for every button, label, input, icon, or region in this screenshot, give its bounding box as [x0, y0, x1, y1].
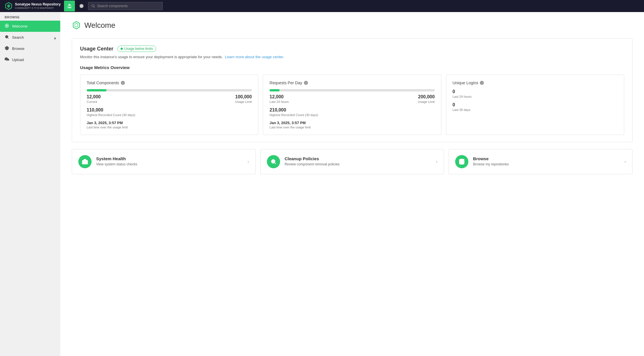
- quick-card-cleanup-policies[interactable]: Cleanup Policies Review component remova…: [260, 149, 444, 174]
- settings-button[interactable]: [76, 1, 87, 11]
- welcome-icon: [72, 21, 81, 30]
- progress-bar-total: [87, 89, 252, 91]
- metric-current-value-requests: 12,000: [269, 94, 289, 99]
- metric-highest-total: 110,000 Highest Recorded Count (30 days): [87, 107, 252, 117]
- browse-title: Browse: [473, 156, 620, 161]
- metric-limit-value-total: 100,000: [235, 94, 252, 99]
- learn-more-link[interactable]: Learn more about the usage center: [225, 55, 283, 59]
- sidebar-item-search[interactable]: Search: [0, 32, 60, 43]
- sidebar-item-upload[interactable]: Upload: [0, 54, 60, 65]
- sidebar-item-label: Search: [12, 35, 24, 40]
- search-mag-icon: [270, 159, 277, 165]
- usage-badge: Usage below limits: [117, 46, 156, 52]
- search-bar[interactable]: [88, 2, 163, 10]
- quick-access-grid: System Health View system status checks …: [72, 149, 633, 174]
- metric-highest-logins: 0 Last 30 days: [453, 102, 618, 112]
- metric-date-total: Jan 3, 2025, 3:57 PM: [87, 121, 252, 125]
- cleanup-desc: Review component removal policies: [285, 162, 431, 167]
- metric-card-total-components: Total Components i 12,000 Current 100,00…: [80, 75, 258, 135]
- system-health-text: System Health View system status checks: [96, 156, 243, 167]
- metric-highest-requests: 210,000 Highest Recorded Count (30 days): [269, 107, 434, 117]
- metric-limit-value-requests: 200,000: [418, 94, 435, 99]
- page-title: Welcome: [84, 21, 115, 30]
- svg-line-13: [275, 163, 276, 164]
- metric-current-logins: 0 Last 24 hours: [453, 89, 618, 98]
- usage-center-title: Usage Center: [80, 46, 113, 52]
- search-icon: [5, 35, 9, 40]
- metric-date-requests: Jan 3, 2025, 3:57 PM: [269, 121, 434, 125]
- metric-row-current-total: 12,000 Current 100,000 Usage Limit: [87, 94, 252, 103]
- cleanup-text: Cleanup Policies Review component remova…: [285, 156, 431, 167]
- metric-current-label-logins: Last 24 hours: [453, 95, 618, 98]
- info-icon-logins: i: [480, 81, 484, 85]
- metric-highest-label-total: Highest Recorded Count (30 days): [87, 113, 252, 117]
- search-input[interactable]: [97, 4, 160, 8]
- browse-text: Browse Browse my repositories: [473, 156, 620, 167]
- usage-center-header: Usage Center Usage below limits: [80, 46, 624, 52]
- search-icon: [91, 4, 95, 8]
- metric-date-label-requests: Last time over the usage limit: [269, 126, 434, 129]
- progress-bar-requests: [269, 89, 434, 91]
- svg-line-6: [8, 38, 9, 39]
- system-health-title: System Health: [96, 156, 243, 161]
- usage-center: Usage Center Usage below limits Monitor …: [72, 38, 633, 142]
- metric-highest-value-total: 110,000: [87, 107, 103, 112]
- main-content: Welcome Usage Center Usage below limits …: [60, 12, 644, 356]
- quick-card-system-health[interactable]: System Health View system status checks …: [72, 149, 256, 174]
- page-title-area: Welcome: [72, 21, 633, 30]
- browse-desc: Browse my repositories: [473, 162, 620, 167]
- database-icon: [459, 159, 465, 165]
- usage-description: Monitor this instance's usage to ensure …: [80, 54, 624, 60]
- chevron-right-icon: ›: [247, 159, 249, 164]
- info-icon-requests: i: [304, 81, 308, 85]
- metric-title-total-components: Total Components i: [87, 81, 252, 85]
- metric-title-logins: Unique Logins i: [453, 81, 618, 85]
- svg-marker-9: [73, 21, 79, 29]
- chevron-right-icon: [53, 36, 56, 39]
- layout: Browse Welcome Search Browse: [0, 12, 644, 356]
- metric-limit-label-total: Usage Limit: [235, 100, 252, 103]
- metric-highest-value-requests: 210,000: [269, 107, 286, 112]
- progress-fill-requests: [269, 89, 280, 91]
- metric-highest-value-logins: 0: [453, 102, 455, 107]
- sidebar-section-browse: Browse: [0, 12, 60, 21]
- sidebar-item-label: Browse: [12, 46, 24, 51]
- chevron-right-icon: ›: [436, 159, 437, 164]
- metric-date-label-total: Last time over the usage limit: [87, 126, 252, 129]
- metric-current-label-total: Current: [87, 100, 101, 103]
- sidebar-item-label: Upload: [12, 58, 24, 62]
- quick-card-browse[interactable]: Browse Browse my repositories ›: [449, 149, 633, 174]
- svg-marker-10: [75, 23, 78, 27]
- cleanup-title: Cleanup Policies: [285, 156, 431, 161]
- sidebar-item-label: Welcome: [12, 24, 28, 28]
- metric-current-label-requests: Last 24 hours: [269, 100, 289, 103]
- metric-limit-label-requests: Usage Limit: [418, 100, 435, 103]
- metrics-grid: Total Components i 12,000 Current 100,00…: [80, 75, 624, 135]
- progress-fill-total: [87, 89, 106, 91]
- metric-card-logins: Unique Logins i 0 Last 24 hours 0 Last 3…: [446, 75, 624, 135]
- topbar: Sonatype Nexus Repository COMMUNITY 3.77…: [0, 0, 644, 12]
- metric-highest-label-logins: Last 30 days: [453, 108, 618, 112]
- brand-name: Sonatype Nexus Repository: [15, 2, 61, 6]
- sidebar-item-welcome[interactable]: Welcome: [0, 21, 60, 32]
- metric-title-requests: Requests Per Day i: [269, 81, 434, 85]
- chevron-right-icon: ›: [624, 159, 626, 164]
- system-health-desc: View system status checks: [96, 162, 243, 167]
- layers-icon: [5, 46, 9, 51]
- svg-point-4: [6, 25, 7, 26]
- brand-logo-icon: [5, 2, 13, 10]
- upload-icon: [5, 57, 9, 62]
- brand: Sonatype Nexus Repository COMMUNITY 3.77…: [2, 2, 63, 10]
- badge-label: Usage below limits: [124, 47, 153, 51]
- svg-point-2: [8, 5, 9, 7]
- metric-current-value-logins: 0: [453, 89, 455, 94]
- home-nav-button[interactable]: [64, 1, 75, 11]
- svg-point-12: [271, 159, 275, 163]
- metric-current-value-total: 12,000: [87, 94, 101, 99]
- sidebar-item-browse[interactable]: Browse: [0, 43, 60, 54]
- metric-highest-label-requests: Highest Recorded Count (30 days): [269, 113, 434, 117]
- info-icon: i: [121, 81, 125, 85]
- metric-row-current-requests: 12,000 Last 24 hours 200,000 Usage Limit: [269, 94, 434, 103]
- metric-card-requests: Requests Per Day i 12,000 Last 24 hours …: [263, 75, 441, 135]
- system-health-icon-bg: [78, 155, 92, 168]
